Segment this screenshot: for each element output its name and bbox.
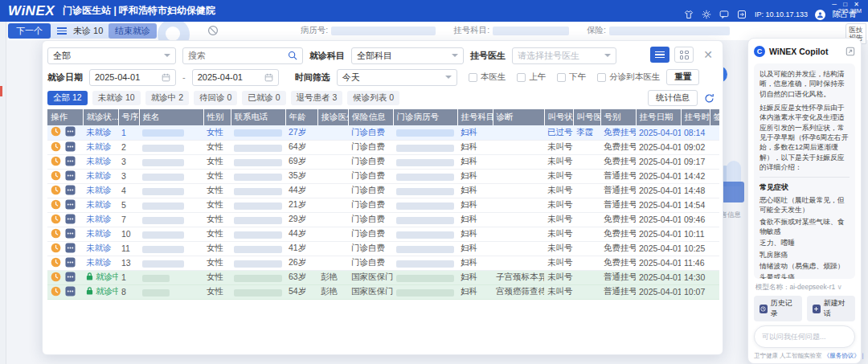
new-chat-button[interactable]: 新建对话	[807, 296, 855, 321]
waiting-clock-icon[interactable]	[51, 126, 61, 138]
table-row[interactable]: 未就诊3女性35岁门诊自费妇科未叫号普通挂号2025-04-0114:42	[47, 169, 719, 183]
sign-cell	[710, 125, 719, 140]
filter-checkbox[interactable]: 下午	[557, 72, 586, 83]
table-row[interactable]: 未就诊2女性64岁门诊自费妇科未叫号免费挂号2025-04-0109:02	[47, 140, 719, 154]
search-box[interactable]	[182, 47, 303, 64]
checkbox-label: 下午	[569, 72, 586, 83]
reset-button[interactable]: 重置	[666, 69, 699, 85]
status-tab-未就诊[interactable]: 未就诊 10	[92, 91, 141, 105]
date-from-input[interactable]: 2025-04-01	[89, 69, 176, 86]
list-view-button[interactable]	[650, 47, 669, 63]
waiting-clock-icon[interactable]	[51, 228, 61, 240]
gender-cell: 女性	[203, 198, 231, 212]
status-tab-全部[interactable]: 全部 12	[47, 91, 88, 105]
sign-cell	[710, 183, 719, 198]
status-tab-候诊列表[interactable]: 候诊列表 0	[347, 91, 399, 105]
table-row[interactable]: 未就诊4女性44岁门诊自费妇科未叫号普通挂号2025-04-0114:48	[47, 183, 719, 198]
name-cell	[139, 241, 203, 256]
waiting-clock-icon[interactable]	[51, 286, 61, 298]
statistics-button[interactable]: 统计信息	[648, 90, 698, 106]
table-row[interactable]: 就诊中8女性54岁彭艳国家医保门诊妇科宫颈癌筛查待查；...未叫号普通挂号202…	[47, 284, 719, 299]
table-row[interactable]: 就诊中1女性63岁彭艳国家医保门诊妇科子宫颈标本异常；...未叫号普通挂号202…	[47, 270, 719, 284]
copilot-actions: 历史记录 新建对话	[754, 296, 855, 321]
time-filter-select[interactable]: 今天	[337, 69, 457, 86]
settings-gear-icon[interactable]	[702, 10, 712, 20]
filter-checkbox[interactable]: 上午	[517, 72, 546, 83]
table-row[interactable]: 未就诊11女性41岁门诊自费妇科未叫号免费挂号2025-04-0110:25	[47, 241, 719, 256]
copilot-message-area[interactable]: 以及可能的并发症，结构清晰，信息准确，同时保持亲切自然的口语化风格。 妊娠反应是…	[754, 63, 855, 279]
row-more-button[interactable]	[65, 170, 76, 182]
waiting-clock-icon[interactable]	[51, 156, 61, 168]
visit-toolbar: 下一个 未诊 10 结束就诊 病历号:挂号科目:保险:	[8, 22, 868, 40]
row-more-button[interactable]	[65, 243, 76, 255]
row-more-button[interactable]	[65, 286, 76, 298]
search-input[interactable]	[188, 51, 268, 60]
copilot-input[interactable]	[762, 333, 856, 341]
waiting-clock-icon[interactable]	[51, 214, 61, 226]
checkbox-box-icon[interactable]	[597, 73, 606, 82]
footer-links[interactable]: 《服务协议》｜《隐私政策》	[824, 352, 868, 359]
no-entry-icon[interactable]	[207, 25, 219, 39]
row-more-button[interactable]	[65, 185, 76, 197]
waiting-clock-icon[interactable]	[51, 243, 61, 255]
visit-status-label: 就诊中	[96, 286, 118, 296]
status-tab-待回诊[interactable]: 待回诊 0	[194, 91, 237, 105]
waiting-clock-icon[interactable]	[51, 185, 61, 197]
end-visit-button[interactable]: 结束就诊	[108, 23, 157, 39]
row-more-button[interactable]	[65, 272, 76, 284]
collapse-panel-icon[interactable]	[845, 47, 855, 56]
insurance-cell: 门诊自费	[348, 169, 393, 183]
doctor-select[interactable]: 请选择挂号医生	[512, 47, 616, 64]
status-tab-就诊中[interactable]: 就诊中 2	[145, 91, 189, 105]
filter-checkbox[interactable]: 分诊到本医生	[597, 72, 660, 83]
waiting-clock-icon[interactable]	[51, 141, 61, 153]
row-actions-cell	[47, 169, 83, 183]
status-tab-已就诊[interactable]: 已就诊 0	[242, 91, 285, 105]
redacted-text	[234, 188, 282, 195]
table-row[interactable]: 未就诊5女性21岁门诊自费妇科未叫号普通挂号2025-04-0114:54	[47, 198, 719, 212]
history-button[interactable]: 历史记录	[754, 296, 802, 321]
row-more-button[interactable]	[65, 214, 76, 226]
checkbox-box-icon[interactable]	[517, 73, 526, 82]
table-row[interactable]: 未就诊13女性26岁门诊自费妇科未叫号免费挂号2025-04-0111:46	[47, 256, 719, 270]
message-icon[interactable]	[719, 10, 730, 20]
redacted-text	[396, 145, 454, 152]
column-header-叫号状...: 叫号状...	[544, 109, 573, 125]
next-patient-button[interactable]: 下一个	[8, 23, 51, 39]
scope-select[interactable]: 全部	[47, 47, 176, 64]
patient-list-menu-icon[interactable]	[57, 26, 67, 36]
visit-status-label: 就诊中	[96, 272, 118, 281]
row-more-button[interactable]	[65, 156, 76, 168]
waiting-clock-icon[interactable]	[51, 199, 61, 211]
model-selector[interactable]: 模型名称：ai-deepseek-r1 ∨	[755, 283, 855, 292]
table-row[interactable]: 未就诊7女性29岁门诊自费妇科未叫号免费挂号2025-04-0109:46	[47, 212, 719, 227]
row-more-button[interactable]	[65, 257, 76, 269]
table-row[interactable]: 未就诊1女性27岁门诊自费妇科已过号李霞免费挂号2025-04-0108:14	[47, 125, 719, 140]
close-icon[interactable]: ✕	[703, 47, 713, 62]
row-more-button[interactable]	[65, 199, 76, 211]
row-actions-cell	[47, 227, 83, 241]
redacted-text	[396, 159, 454, 166]
row-more-button[interactable]	[65, 141, 76, 153]
row-more-button[interactable]	[65, 228, 76, 240]
column-header-签: 签	[710, 109, 719, 125]
date-to-input[interactable]: 2025-04-01	[192, 69, 279, 86]
redacted-text	[142, 129, 184, 137]
checkbox-box-icon[interactable]	[469, 73, 477, 82]
user-avatar[interactable]	[815, 10, 825, 20]
waiting-clock-icon[interactable]	[51, 170, 61, 182]
switch-window-icon[interactable]	[737, 10, 747, 20]
table-row[interactable]: 未就诊3女性69岁门诊自费妇科未叫号免费挂号2025-04-0109:17	[47, 154, 719, 169]
table-row[interactable]: 未就诊10女性44岁门诊自费妇科未叫号免费挂号2025-04-0110:11	[47, 227, 719, 241]
status-tab-退号患者[interactable]: 退号患者 3	[291, 91, 343, 105]
refresh-icon[interactable]	[704, 93, 714, 104]
row-more-button[interactable]	[65, 126, 76, 138]
card-view-button[interactable]	[674, 47, 694, 63]
theme-shirt-icon[interactable]	[684, 10, 694, 20]
waiting-clock-icon[interactable]	[51, 257, 61, 269]
checkbox-box-icon[interactable]	[557, 73, 566, 82]
waiting-clock-icon[interactable]	[51, 272, 61, 284]
dept-select[interactable]: 全部科目	[351, 47, 464, 64]
call-status-cell: 未叫号	[544, 256, 573, 270]
filter-checkbox[interactable]: 本医生	[469, 72, 506, 83]
